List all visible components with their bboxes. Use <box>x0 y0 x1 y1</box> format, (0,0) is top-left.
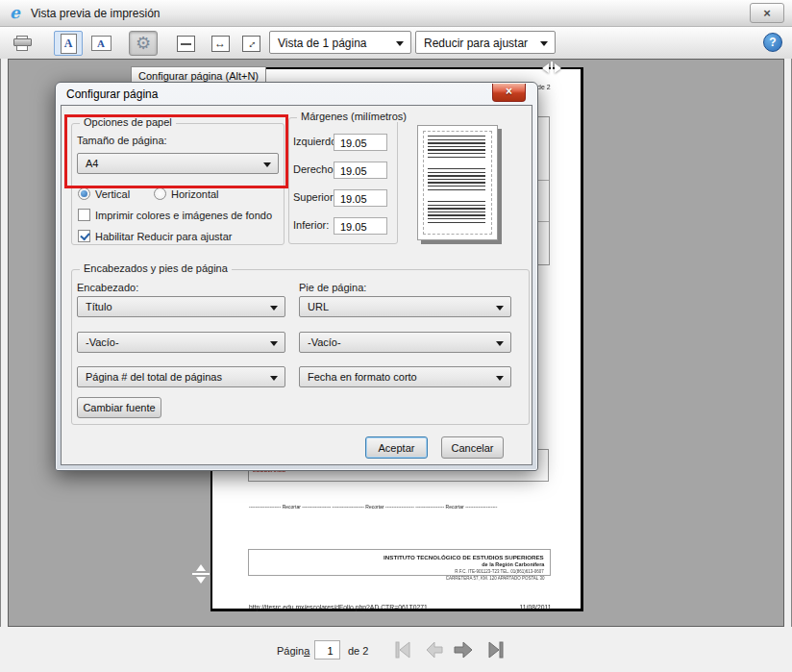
institute-address: CARRETERA 57, KM. 120 APARTADO POSTAL 30 <box>445 577 544 580</box>
page-preview-thumbnail <box>417 125 498 240</box>
full-page-icon: ↔ <box>242 36 260 52</box>
print-background-label[interactable]: Imprimir colores e imágenes de fondo <box>95 210 272 221</box>
chevron-down-icon <box>396 41 404 50</box>
chevron-down-icon <box>540 41 548 50</box>
margin-drag-handle-horizontal[interactable] <box>537 61 566 76</box>
header-select-2[interactable]: -Vacío- <box>77 332 285 353</box>
thumbnail-text-lines <box>428 168 485 191</box>
institute-address-box: INSTITUTO TECNOLÓGICO DE ESTUDIOS SUPERI… <box>248 549 551 576</box>
scale-dropdown-value: Reducir para ajustar <box>424 37 528 50</box>
page-setup-dialog: Configurar página × Opciones de papel Ta… <box>55 82 538 471</box>
chevron-down-icon <box>270 341 278 350</box>
page-setup-button[interactable]: ⚙ <box>129 31 158 56</box>
last-page-button[interactable] <box>483 638 509 663</box>
landscape-page-icon: A <box>91 36 111 51</box>
shrink-to-fit-label[interactable]: Habilitar Reducir para ajustar <box>95 231 232 242</box>
margin-right-input[interactable] <box>334 162 387 179</box>
page-header-text: de 2 <box>537 77 556 85</box>
page-size-value: A4 <box>86 158 98 169</box>
scale-dropdown[interactable]: Reducir para ajustar <box>415 31 556 54</box>
print-button[interactable] <box>8 31 37 56</box>
chevron-down-icon <box>270 306 278 314</box>
landscape-orientation-button[interactable]: A <box>87 31 115 56</box>
headers-footers-legend: Encabezados y pies de página <box>80 262 232 274</box>
paper-options-legend: Opciones de papel <box>80 116 176 128</box>
view-full-page-button[interactable]: ↔ <box>236 31 265 56</box>
institute-region: de la Región Carbonífera <box>482 563 544 567</box>
page-label: Página <box>277 645 309 657</box>
view-full-width-button[interactable]: ↔ <box>206 31 235 56</box>
margins-legend: Márgenes (milímetros) <box>297 111 410 122</box>
chevron-down-icon <box>496 306 504 314</box>
ok-button[interactable]: Aceptar <box>365 436 428 459</box>
margin-top-label: Superior: <box>293 191 336 203</box>
portrait-radio-label[interactable]: Vertical <box>95 188 130 200</box>
footer-select-1[interactable]: URL <box>299 296 511 317</box>
print-background-checkbox[interactable] <box>78 209 90 221</box>
dialog-body: Opciones de papel Tamaño de página: A4 V… <box>61 105 532 465</box>
previous-page-button <box>421 638 448 663</box>
page-footer-date: 11/08/2011 <box>505 597 552 605</box>
portrait-page-icon: A <box>61 34 77 54</box>
headers-footers-icon <box>177 36 195 52</box>
header-label: Encabezado: <box>77 282 138 293</box>
landscape-radio-label[interactable]: Horizontal <box>171 188 219 200</box>
margin-right-label: Derecho: <box>293 163 336 175</box>
footer-select-3[interactable]: Fecha en formato corto <box>299 366 511 387</box>
portrait-radio[interactable] <box>78 187 90 200</box>
page-size-label: Tamaño de página: <box>77 135 167 146</box>
page-navigation-bar: Página de 2 <box>0 627 792 672</box>
window-titlebar[interactable]: e Vista previa de impresión × <box>0 0 792 27</box>
thumbnail-text-lines <box>428 136 485 159</box>
page-size-select[interactable]: A4 <box>77 153 279 174</box>
gear-icon: ⚙ <box>136 35 151 52</box>
chevron-down-icon <box>263 162 271 171</box>
next-page-button[interactable] <box>450 638 477 663</box>
chevron-down-icon <box>496 341 504 350</box>
page-footer-url: http://itesrc.edu.mx/escolares/dFolio.ph… <box>249 597 511 605</box>
header-select-1[interactable]: Título <box>77 296 285 317</box>
page-number-input[interactable] <box>314 640 340 660</box>
footer-label: Pie de página: <box>299 282 366 293</box>
header-select-3[interactable]: Página # del total de páginas <box>77 366 285 387</box>
page-view-dropdown-value: Vista de 1 página <box>278 37 367 50</box>
change-font-button[interactable]: Cambiar fuente <box>77 397 161 418</box>
dialog-title: Configurar página <box>66 87 158 101</box>
internet-explorer-icon: e <box>10 3 20 22</box>
chevron-down-icon <box>270 376 278 385</box>
institute-rfc: R.F.C. ITE-901123-T23 TEL. 01(861)613-06… <box>455 570 544 573</box>
cancel-button[interactable]: Cancelar <box>441 436 504 459</box>
portrait-orientation-button[interactable]: A <box>54 31 83 56</box>
margin-bottom-label: Inferior: <box>293 219 329 231</box>
toggle-headers-footers-button[interactable] <box>171 31 200 56</box>
printer-icon <box>13 36 32 51</box>
dialog-titlebar[interactable]: Configurar página × <box>56 83 537 105</box>
landscape-radio[interactable] <box>154 187 166 200</box>
margin-bottom-input[interactable] <box>334 217 387 235</box>
full-width-icon: ↔ <box>211 36 230 52</box>
first-page-button <box>390 638 417 663</box>
window-close-button[interactable]: × <box>750 3 784 23</box>
institute-name: INSTITUTO TECNOLÓGICO DE ESTUDIOS SUPERI… <box>384 555 544 559</box>
chevron-down-icon <box>496 376 504 385</box>
cut-here-line: -------------------- Recortar ----------… <box>249 497 510 505</box>
footer-select-2[interactable]: -Vacío- <box>299 332 511 353</box>
help-button[interactable]: ? <box>763 33 782 52</box>
window-title: Vista previa de impresión <box>31 7 161 20</box>
page-count-label: de 2 <box>348 645 368 657</box>
print-preview-toolbar: A A ⚙ ↔ ↔ Vista de 1 página Reducir para… <box>0 27 792 59</box>
margin-drag-handle-vertical[interactable] <box>189 560 212 588</box>
print-preview-window: { "window": { "title": "Vista previa de … <box>0 0 792 672</box>
page-view-dropdown[interactable]: Vista de 1 página <box>269 31 411 54</box>
thumbnail-text-lines <box>428 201 485 224</box>
shrink-to-fit-checkbox[interactable] <box>78 230 90 242</box>
margin-top-input[interactable] <box>334 189 387 207</box>
dialog-close-button[interactable]: × <box>492 84 526 102</box>
margin-left-input[interactable] <box>334 134 387 151</box>
